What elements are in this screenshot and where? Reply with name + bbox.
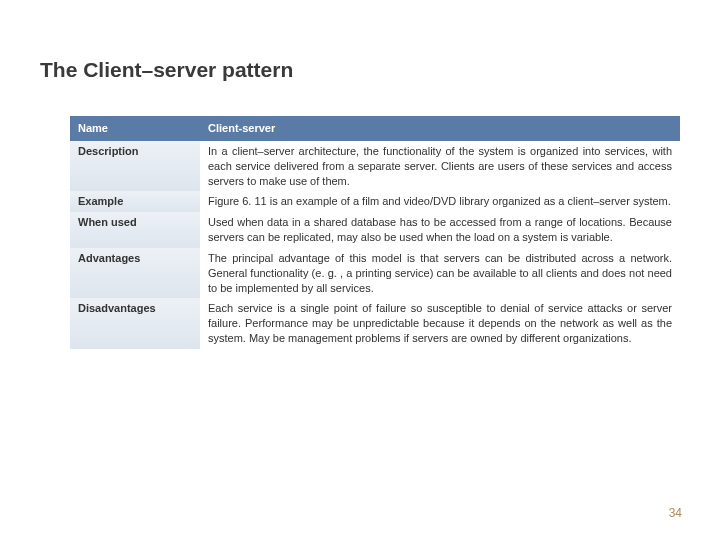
header-value: Client-server	[200, 116, 680, 141]
page-number: 34	[669, 506, 682, 520]
row-value: Used when data in a shared database has …	[200, 212, 680, 248]
row-value: The principal advantage of this model is…	[200, 248, 680, 299]
table-row: Advantages The principal advantage of th…	[70, 248, 680, 299]
row-name: Description	[70, 141, 200, 192]
row-name: Disadvantages	[70, 298, 200, 349]
row-value: Figure 6. 11 is an example of a film and…	[200, 191, 680, 212]
header-name: Name	[70, 116, 200, 141]
table-header-row: Name Client-server	[70, 116, 680, 141]
page-title: The Client–server pattern	[40, 58, 680, 82]
pattern-table: Name Client-server Description In a clie…	[70, 116, 680, 349]
table-row: Description In a client–server architect…	[70, 141, 680, 192]
table-row: When used Used when data in a shared dat…	[70, 212, 680, 248]
table-row: Disadvantages Each service is a single p…	[70, 298, 680, 349]
row-name: Advantages	[70, 248, 200, 299]
row-name: Example	[70, 191, 200, 212]
table-row: Example Figure 6. 11 is an example of a …	[70, 191, 680, 212]
row-value: In a client–server architecture, the fun…	[200, 141, 680, 192]
row-name: When used	[70, 212, 200, 248]
row-value: Each service is a single point of failur…	[200, 298, 680, 349]
slide: The Client–server pattern Name Client-se…	[0, 0, 720, 540]
